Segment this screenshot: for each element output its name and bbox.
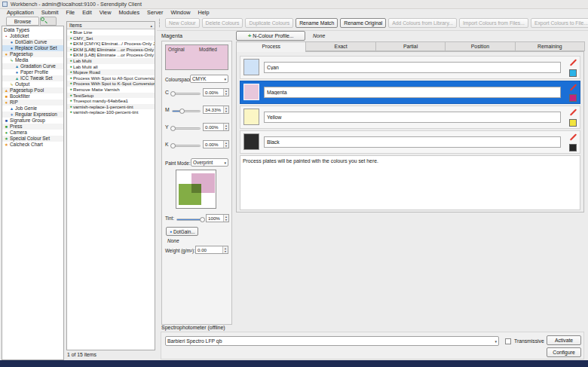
tree-item[interactable]: ↳ Output (2, 81, 63, 87)
tint-slider-handle[interactable] (200, 217, 205, 222)
tab[interactable]: Partial (375, 41, 446, 51)
spinner-buttons[interactable]: ▴▾ (223, 215, 228, 222)
toolbar-button[interactable]: Rename Original (340, 18, 386, 28)
channel-slider[interactable] (172, 145, 201, 147)
items-header[interactable]: Items ▴ (67, 22, 155, 29)
channel-value-field[interactable]: 34.33% ▴▾ (203, 106, 229, 114)
slider-handle[interactable] (170, 91, 176, 96)
tree-item[interactable]: ▲ Gradation Curve (2, 63, 63, 69)
list-item[interactable]: Remove Matte Varnish (67, 87, 155, 93)
list-item[interactable]: CMY_Set (67, 35, 155, 41)
tree-item[interactable]: ● DotGain Curve (2, 39, 63, 45)
channel-value-field[interactable]: 0.00% ▴▾ (203, 140, 229, 148)
list-item[interactable]: Process With Spot to K-Spot Conversion (67, 81, 155, 87)
list-item[interactable]: Truespot mandy-64ab6ea1 (67, 98, 155, 104)
colour-name-input[interactable] (264, 87, 561, 98)
toolbar-button[interactable]: Delete Colours (202, 18, 243, 28)
tree-item[interactable]: ● RIP (2, 99, 63, 106)
tint-slider[interactable] (176, 219, 204, 221)
toolbar-button[interactable]: Duplicate Colours (245, 18, 293, 28)
dotgain-button[interactable]: ● DotGain... (166, 227, 198, 236)
tree-item[interactable]: ★ Special Colour Set (2, 136, 63, 142)
list-item[interactable]: EKM [LAB] Eliminate ...or Process-Only J… (67, 47, 155, 53)
spinner-buttons[interactable]: ▴▾ (223, 141, 228, 148)
tree-item[interactable]: ● Paper Profile (2, 69, 63, 75)
sort-ascending-icon[interactable]: ▴ (150, 23, 152, 28)
tree-item[interactable]: ● Camera (2, 130, 63, 136)
colour-name-input[interactable] (264, 136, 561, 148)
menu-item[interactable]: Modules (115, 9, 143, 17)
tree-item[interactable]: ▲ Pagesetup Pool (2, 87, 63, 93)
n-colour-profile-button[interactable]: + N-Colour Profile... (236, 31, 305, 41)
colour-chip[interactable] (569, 119, 577, 127)
configure-button[interactable]: Configure (547, 347, 581, 357)
tree-item[interactable]: ■ Signature Group (2, 118, 63, 124)
list-item[interactable]: varnish-replace-100-percent-tint (67, 109, 155, 115)
tree-item[interactable]: ↳ Media (2, 57, 63, 63)
list-item[interactable]: EKM [LAB] Eliminate ...or Process-Only J… (67, 52, 155, 58)
list-item[interactable]: TestSetup (67, 93, 155, 99)
slider-handle[interactable] (170, 126, 176, 131)
toolbar-drag-handle[interactable] (159, 19, 161, 27)
menu-item[interactable]: Application (3, 9, 38, 17)
activate-button[interactable]: Activate (547, 335, 581, 345)
list-item[interactable]: Lab Multi (67, 58, 155, 64)
edit-colour-icon[interactable] (568, 58, 577, 66)
paint-mode-select[interactable]: Overprint ▾ (191, 158, 228, 167)
toolbar-button[interactable]: Add Colours from Library... (388, 18, 457, 28)
colour-row[interactable] (240, 130, 580, 154)
colour-row[interactable] (240, 81, 580, 104)
list-item[interactable]: Lab Multi all (67, 64, 155, 70)
tree-item[interactable]: ■ Press (2, 124, 63, 130)
toolbar-button[interactable]: New Colour (165, 18, 200, 28)
tab-search[interactable] (40, 17, 57, 26)
weight-value-field[interactable]: 0.00 ▴▾ (195, 246, 228, 254)
list-item[interactable]: Blue Line (67, 29, 155, 35)
tint-value-field[interactable]: 100% ▴▾ (206, 214, 229, 222)
spectro-device-select[interactable]: Barbieri Spectro LFP qb ▾ (165, 336, 499, 346)
colourspace-select[interactable]: CMYK ▾ (190, 75, 228, 83)
menu-item[interactable]: Submit (38, 9, 63, 17)
toolbar-button[interactable]: Export Colours to File... (531, 18, 588, 28)
menu-item[interactable]: Window (167, 9, 194, 17)
tree-item[interactable]: ■ Bookfilter (2, 93, 63, 99)
spinner-buttons[interactable]: ▴▾ (223, 124, 228, 130)
edit-colour-icon[interactable] (568, 83, 577, 91)
slider-handle[interactable] (170, 143, 176, 148)
colour-chip[interactable] (569, 69, 577, 77)
list-item[interactable]: Process With Spot to All-Spot Conversion (67, 75, 155, 81)
spinner-buttons[interactable]: ▴▾ (223, 106, 228, 113)
slider-handle[interactable] (179, 109, 185, 114)
channel-slider[interactable] (172, 93, 201, 95)
list-item[interactable]: varnish-replace-1-percent-tint (67, 104, 155, 110)
menu-item[interactable]: View (96, 9, 115, 17)
tree-item[interactable]: ▲ Job Genie (2, 106, 63, 112)
toolbar-button[interactable]: Rename Match (296, 18, 338, 28)
transmissive-checkbox[interactable] (505, 338, 511, 344)
channel-slider[interactable] (172, 127, 201, 130)
colour-name-input[interactable] (264, 62, 561, 73)
colour-chip[interactable] (569, 94, 577, 102)
channel-value-field[interactable]: 0.00% ▴▾ (203, 88, 229, 96)
tree-item[interactable]: ● Pagesetup (2, 51, 63, 57)
colour-chip[interactable] (569, 144, 577, 151)
menu-item[interactable]: File (62, 9, 78, 17)
colour-row[interactable] (240, 56, 580, 79)
tree-item[interactable]: ▪ Jobticket (2, 33, 63, 39)
tab[interactable]: Position (445, 41, 515, 51)
list-item[interactable]: Mojave Road (67, 69, 155, 75)
list-item[interactable]: EKM [CMYK] Eliminat.../ Process-Only Job… (67, 41, 155, 47)
spinner-buttons[interactable]: ▴▾ (223, 89, 228, 96)
colour-name-input[interactable] (264, 112, 561, 123)
tab[interactable]: Exact (305, 41, 375, 51)
tree-item[interactable]: ▲ ICC Tweak Set (2, 75, 63, 81)
tab[interactable]: Remaining (515, 41, 585, 51)
tree-item[interactable]: ∗ Regular Expression (2, 112, 63, 118)
spinner-buttons[interactable]: ▴▾ (222, 246, 228, 253)
menu-item[interactable]: Server (143, 9, 167, 17)
menu-item[interactable]: Help (194, 9, 213, 17)
edit-colour-icon[interactable] (568, 133, 577, 141)
tab-browse[interactable]: Browse (6, 17, 39, 26)
tree-item[interactable]: ★ Calcheck Chart (2, 142, 63, 148)
colour-row[interactable] (240, 106, 580, 129)
